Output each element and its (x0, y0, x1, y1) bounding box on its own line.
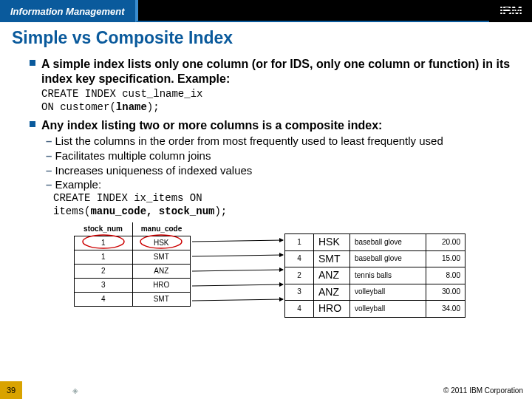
footer-decoration: ◈ (72, 386, 78, 395)
cell: volleyball (350, 284, 426, 301)
svg-line-3 (192, 255, 283, 256)
idx-h2: manu_code (132, 222, 191, 236)
cell: 30.00 (426, 284, 466, 301)
header-spacer (135, 0, 489, 22)
code-text: items( (53, 205, 90, 217)
subbullet-text: Increases uniqueness of indexed values (55, 164, 253, 177)
header-bar: Information Management IBM (0, 0, 532, 22)
subbullet-4: – Example: (46, 178, 511, 192)
svg-line-4 (192, 270, 283, 271)
cell: ANZ (314, 267, 350, 284)
cell: 20.00 (426, 234, 466, 251)
diagram: stock_num manu_code 1HSK 1SMT 2ANZ 3HRO … (74, 222, 488, 318)
cell: SMT (314, 250, 350, 267)
cell: tennis balls (350, 267, 426, 284)
cell: HRO (132, 279, 191, 293)
cell: HRO (314, 301, 350, 318)
cell: baseball glove (350, 234, 426, 251)
cell: SMT (132, 250, 191, 265)
code-simple-l1: CREATE INDEX cust_lname_ix (41, 88, 511, 101)
cell: SMT (132, 293, 191, 307)
table-row: 4HROvolleyball34.00 (285, 301, 466, 318)
cell: 2 (285, 267, 314, 284)
svg-line-5 (192, 284, 283, 286)
svg-line-2 (192, 240, 283, 242)
cell: HSK (314, 234, 350, 251)
code-comp-l2: items(manu_code, stock_num); (53, 205, 511, 219)
table-row: 2ANZ (75, 265, 191, 279)
subbullet-text: Example: (55, 178, 102, 191)
code-bold: manu_code, stock_num (90, 205, 214, 217)
cell: ANZ (314, 284, 350, 301)
page-number: 39 (0, 381, 22, 399)
code-text: ON customer( (41, 101, 116, 113)
code-simple-l2: ON customer(lname); (41, 101, 511, 115)
cell: 15.00 (426, 250, 466, 267)
idx-h1: stock_num (75, 222, 133, 236)
code-text: ); (214, 205, 227, 217)
cell: 4 (75, 293, 133, 307)
header-brand: Information Management (0, 0, 135, 22)
data-table: 1HSKbaseball glove20.00 4SMTbaseball glo… (284, 233, 466, 318)
bullet-simple: A simple index lists only one column (or… (30, 57, 511, 86)
subbullet-2: – Facilitates multiple column joins (46, 149, 511, 163)
table-row: 1HSK (75, 236, 191, 250)
table-row: 2ANZtennis balls8.00 (285, 267, 466, 284)
ibm-logo: IBM (489, 0, 532, 22)
footer: 39 ◈ © 2011 IBM Corporation (0, 381, 532, 399)
subbullet-text: Facilitates multiple column joins (55, 149, 211, 162)
table-row: 3ANZvolleyball30.00 (285, 284, 466, 301)
table-row: 1HSKbaseball glove20.00 (285, 234, 466, 251)
cell: 34.00 (426, 301, 466, 318)
code-text: ); (147, 101, 160, 113)
cell: 3 (285, 284, 314, 301)
table-row: 4SMTbaseball glove15.00 (285, 250, 466, 267)
table-row: 4SMT (75, 293, 191, 307)
cell: 4 (285, 250, 314, 267)
copyright: © 2011 IBM Corporation (443, 386, 523, 395)
cell: HSK (132, 236, 191, 250)
code-comp-l1: CREATE INDEX ix_items ON (53, 192, 511, 205)
content: A simple index lists only one column (or… (0, 57, 532, 318)
bullet-composite: Any index listing two or more columns is… (30, 118, 511, 133)
cell: 1 (75, 236, 133, 250)
subbullet-1: – List the columns in the order from mos… (46, 134, 511, 149)
index-table: stock_num manu_code 1HSK 1SMT 2ANZ 3HRO … (74, 222, 191, 307)
cell: 4 (285, 301, 314, 318)
subbullet-text: List the columns in the order from most … (55, 134, 443, 147)
cell: 1 (75, 250, 133, 265)
cell: volleyball (350, 301, 426, 318)
cell: 3 (75, 279, 133, 293)
slide-title: Simple vs Composite Index (0, 22, 532, 52)
cell: 2 (75, 265, 133, 279)
code-bold: lname (116, 101, 147, 113)
table-row: 1SMT (75, 250, 191, 265)
cell: ANZ (132, 265, 191, 279)
cell: 1 (285, 234, 314, 251)
cell: 8.00 (426, 267, 466, 284)
subbullet-3: – Increases uniqueness of indexed values (46, 164, 511, 178)
slide: Information Management IBM Simple vs Com… (0, 0, 532, 399)
ibm-logo-text: IBM (499, 4, 522, 19)
table-row: 3HRO (75, 279, 191, 293)
cell: baseball glove (350, 250, 426, 267)
svg-line-6 (192, 299, 283, 301)
